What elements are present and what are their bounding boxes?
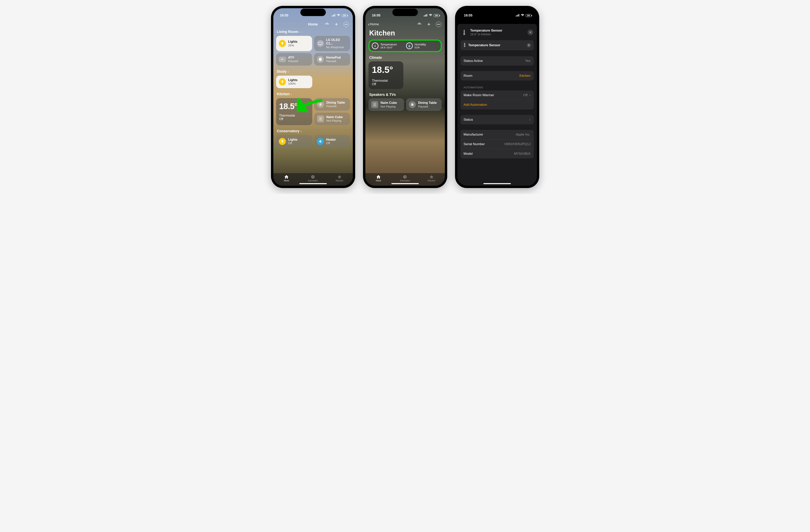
svg-rect-6 bbox=[318, 42, 322, 45]
tab-automation[interactable]: Automation bbox=[392, 175, 418, 182]
section-speakers: Speakers & TVs bbox=[366, 93, 445, 98]
speaker-icon bbox=[371, 101, 378, 108]
back-button[interactable]: ‹ Home bbox=[368, 21, 379, 27]
svg-point-35 bbox=[464, 46, 465, 47]
wifi-icon bbox=[337, 14, 340, 17]
sensor-humidity[interactable]: 💧 Humidity51% bbox=[406, 43, 438, 49]
chevron-right-icon: › bbox=[530, 93, 531, 97]
accessory-name-input[interactable] bbox=[468, 43, 524, 47]
add-icon[interactable]: + bbox=[426, 22, 432, 27]
tile-lights-study[interactable]: Lights100% bbox=[276, 76, 312, 88]
dynamic-island bbox=[301, 9, 326, 16]
tile-lights-conservatory[interactable]: LightsOff bbox=[276, 135, 312, 148]
speaker-icon bbox=[317, 115, 324, 123]
row-manufacturer: Manufacturer Apple Inc. bbox=[460, 130, 534, 139]
settings-sheet: Temperature Sensor 19.0° in Kitchen ✕ St… bbox=[457, 24, 537, 186]
tile-dining-table[interactable]: Dining TablePaused bbox=[406, 98, 442, 111]
svg-point-14 bbox=[320, 119, 321, 120]
sensor-temperature[interactable]: 🌡 Temperature18.5–19.0° bbox=[372, 43, 404, 49]
svg-rect-10 bbox=[282, 82, 283, 83]
home-indicator[interactable] bbox=[483, 183, 511, 184]
svg-rect-31 bbox=[519, 14, 519, 16]
svg-rect-22 bbox=[427, 14, 427, 16]
row-automation-make-room-warmer[interactable]: Make Room Warmer Off › bbox=[460, 91, 534, 100]
announce-icon[interactable] bbox=[417, 22, 422, 27]
room-header-kitchen[interactable]: Kitchen› bbox=[276, 91, 350, 98]
more-icon[interactable]: ••• bbox=[436, 21, 441, 27]
tile-naim-cube[interactable]: Naim CubeNot Playing bbox=[314, 113, 350, 125]
svg-rect-28 bbox=[516, 16, 516, 16]
clear-text-button[interactable]: ✕ bbox=[527, 43, 531, 47]
svg-rect-34 bbox=[464, 43, 465, 46]
svg-rect-19 bbox=[424, 16, 424, 16]
tile-tv-living-room[interactable]: LG OLED C1...No Response bbox=[314, 36, 350, 51]
svg-rect-3 bbox=[335, 14, 335, 16]
cellular-icon bbox=[424, 14, 427, 17]
apple-tv-icon: tv bbox=[279, 57, 286, 62]
home-indicator[interactable] bbox=[391, 183, 419, 184]
svg-point-13 bbox=[320, 118, 321, 118]
svg-rect-8 bbox=[319, 58, 322, 61]
group-automations-label: AUTOMATIONS bbox=[457, 86, 537, 91]
row-serial-number: Serial Number H0KDHDNJPQ1J bbox=[460, 139, 534, 149]
cellular-icon bbox=[516, 14, 520, 17]
bulb-icon bbox=[279, 40, 286, 47]
tab-discover[interactable]: Discover bbox=[326, 175, 353, 182]
home-indicator[interactable] bbox=[299, 183, 327, 184]
thermometer-icon bbox=[461, 29, 468, 35]
more-icon[interactable]: ••• bbox=[343, 21, 349, 27]
chevron-left-icon: ‹ bbox=[368, 21, 370, 27]
accessory-name-field[interactable]: ✕ bbox=[460, 40, 534, 50]
dynamic-island bbox=[392, 9, 418, 16]
row-status-active[interactable]: Status Active Yes bbox=[460, 56, 534, 66]
status-time: 16:05 bbox=[372, 14, 380, 17]
tile-lights-living-room[interactable]: Lights25% bbox=[276, 36, 312, 51]
tile-naim-cube[interactable]: Naim CubeNot Playing bbox=[369, 98, 404, 111]
phone-1-home-overview: 16:05 100 Home + ••• Living Room› bbox=[271, 6, 355, 188]
room-header-living-room[interactable]: Living Room› bbox=[276, 29, 350, 36]
chevron-right-icon: › bbox=[291, 93, 292, 96]
tab-home[interactable]: Home bbox=[366, 175, 392, 182]
tab-discover[interactable]: Discover bbox=[418, 175, 444, 182]
sheet-subtitle: 19.0° in Kitchen bbox=[470, 33, 502, 36]
bulb-icon bbox=[279, 78, 286, 85]
svg-rect-20 bbox=[425, 15, 425, 16]
room-header-conservatory[interactable]: Conservatory› bbox=[276, 128, 350, 135]
svg-rect-29 bbox=[517, 15, 517, 16]
svg-point-33 bbox=[463, 33, 465, 35]
tile-heater[interactable]: HeaterOff bbox=[314, 135, 350, 148]
phone-3-sensor-settings: 16:05 100 Temperature Sensor 19.0° in Ki… bbox=[455, 6, 539, 188]
tile-homepod[interactable]: HomePodPaused bbox=[314, 53, 350, 66]
add-icon[interactable]: + bbox=[334, 22, 339, 27]
row-room[interactable]: Room Kitchen bbox=[460, 71, 534, 81]
chevron-right-icon: › bbox=[288, 70, 289, 73]
room-header-study[interactable]: Study› bbox=[276, 68, 350, 76]
thermometer-icon bbox=[463, 43, 466, 48]
room-title: Kitchen bbox=[366, 28, 445, 39]
close-button[interactable] bbox=[528, 29, 533, 35]
tv-icon bbox=[317, 40, 324, 47]
svg-rect-0 bbox=[332, 16, 332, 16]
row-status[interactable]: Status › bbox=[460, 115, 534, 124]
svg-rect-30 bbox=[518, 15, 518, 16]
svg-rect-26 bbox=[411, 103, 414, 106]
nav-bar: Home + ••• bbox=[273, 19, 353, 29]
homepod-icon bbox=[317, 56, 324, 63]
chevron-right-icon: › bbox=[299, 30, 301, 33]
bulb-icon bbox=[279, 138, 286, 145]
cellular-icon bbox=[332, 14, 336, 17]
thermometer-icon: 🌡 bbox=[372, 43, 378, 49]
svg-rect-32 bbox=[464, 30, 465, 33]
tab-home[interactable]: Home bbox=[273, 175, 299, 182]
tile-atv[interactable]: tv ATVPaused bbox=[276, 53, 312, 66]
row-model: Model MY5H2B/A bbox=[460, 149, 534, 159]
tile-climate[interactable]: 18.5° Thermostat Off bbox=[369, 61, 404, 89]
phone-2-kitchen-room: 16:05 100 ‹ Home + ••• Kitchen 🌡 Tempera… bbox=[363, 6, 447, 188]
section-climate: Climate bbox=[366, 55, 445, 61]
chevron-right-icon: › bbox=[301, 129, 302, 133]
row-add-automation[interactable]: Add Automation bbox=[460, 100, 534, 110]
tab-automation[interactable]: Automation bbox=[300, 175, 326, 182]
status-time: 16:05 bbox=[280, 14, 288, 17]
announce-icon[interactable] bbox=[325, 22, 330, 27]
sheet-title: Temperature Sensor bbox=[470, 29, 502, 33]
